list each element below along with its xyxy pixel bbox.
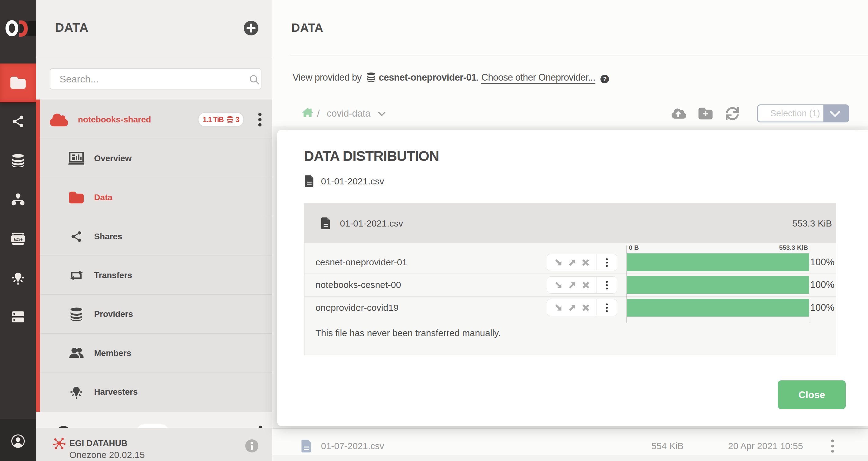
svg-text:?: ? (603, 76, 607, 83)
svg-text:a23e: a23e (13, 237, 23, 241)
